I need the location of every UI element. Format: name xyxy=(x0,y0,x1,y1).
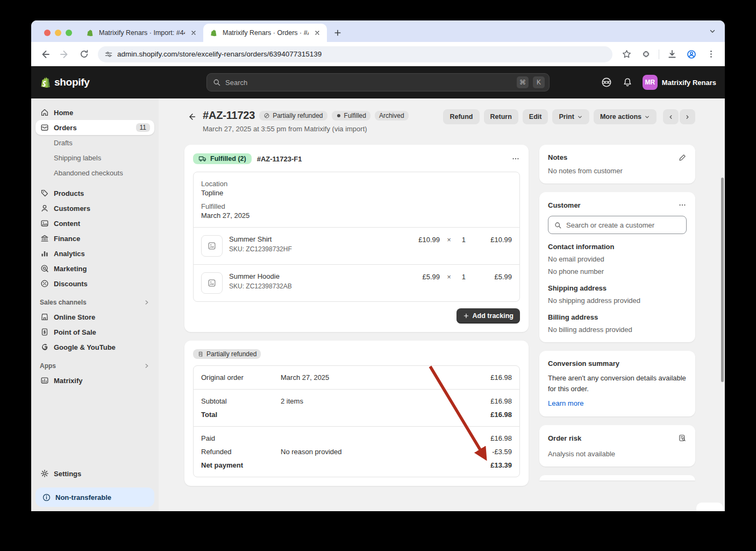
edit-notes-pencil-icon[interactable] xyxy=(679,153,687,161)
fulfilled-badge: Fulfilled (2) xyxy=(193,153,252,164)
browser-tab-orders[interactable]: Matrixify Renars · Orders · #A xyxy=(203,24,327,42)
non-transferable-banner[interactable]: Non-transferable xyxy=(35,488,154,507)
sidekick-icon[interactable] xyxy=(601,76,612,88)
sidebar-item-point-of-sale[interactable]: Point of Sale xyxy=(35,324,154,340)
line-item-total: £10.99 xyxy=(466,236,512,244)
sidebar-item-online-store[interactable]: Online Store xyxy=(35,309,154,324)
admin-search-bar[interactable]: ⌘ K xyxy=(206,73,550,91)
fulfillment-card: Fulfilled (2) #AZ-11723-F1 Location Topl… xyxy=(184,145,529,332)
site-settings-icon[interactable] xyxy=(104,50,113,59)
add-tracking-button[interactable]: Add tracking xyxy=(457,308,520,323)
sidebar-item-abandoned-checkouts[interactable]: Abandoned checkouts xyxy=(35,165,154,180)
tab-strip: Matrixify Renars · Import: #44 Matrixify… xyxy=(31,20,725,42)
sidebar-item-settings[interactable]: Settings xyxy=(35,466,154,481)
browser-menu-icon[interactable] xyxy=(702,46,719,63)
fulfillment-menu-icon[interactable] xyxy=(511,154,520,163)
zoom-window-button[interactable] xyxy=(66,30,72,36)
browser-window: Matrixify Renars · Import: #44 Matrixify… xyxy=(31,20,725,511)
more-actions-button[interactable]: More actions xyxy=(594,109,657,124)
back-icon[interactable] xyxy=(37,46,54,63)
shopify-logo[interactable]: shopify xyxy=(40,76,89,89)
close-tab-icon[interactable] xyxy=(189,29,198,37)
sidebar-item-products[interactable]: Products xyxy=(35,186,154,201)
product-image-placeholder-icon xyxy=(201,235,223,257)
risk-analysis-icon xyxy=(678,434,687,442)
discount-icon xyxy=(40,279,49,288)
download-icon[interactable] xyxy=(664,46,681,63)
reload-icon[interactable] xyxy=(75,46,92,63)
bank-icon xyxy=(40,234,49,243)
chevron-left-icon xyxy=(668,114,674,120)
close-tab-icon[interactable] xyxy=(313,29,322,37)
sidebar-item-orders[interactable]: Orders 11 xyxy=(35,120,154,135)
browser-tab-import[interactable]: Matrixify Renars · Import: #44 xyxy=(80,24,203,42)
sidebar-item-finance[interactable]: Finance xyxy=(35,231,154,246)
sidebar-item-matrixify[interactable]: Matrixify xyxy=(35,373,154,388)
apps-section[interactable]: Apps xyxy=(35,355,154,373)
sidebar-item-drafts[interactable]: Drafts xyxy=(35,135,154,150)
line-item-sku: SKU: ZC12398732HF xyxy=(229,245,396,253)
chevron-right-icon xyxy=(144,299,150,306)
chevron-right-icon xyxy=(684,114,690,120)
account-menu[interactable]: MR Matrixify Renars xyxy=(643,75,716,90)
profile-icon[interactable] xyxy=(683,46,700,63)
forward-icon[interactable] xyxy=(56,46,73,63)
floating-widget-partial xyxy=(696,503,723,511)
product-image-placeholder-icon xyxy=(201,272,223,294)
fulfilled-date: March 27, 2025 xyxy=(201,211,512,220)
new-tab-button[interactable] xyxy=(330,25,345,40)
page-scrollbar[interactable] xyxy=(721,178,724,382)
customer-search-field[interactable] xyxy=(548,216,687,234)
sidebar-item-analytics[interactable]: Analytics xyxy=(35,246,154,261)
chevron-down-icon xyxy=(644,114,650,120)
conversion-title: Conversion summary xyxy=(548,359,687,368)
conversion-body: There aren't any conversion details avai… xyxy=(548,373,687,394)
next-order-button[interactable] xyxy=(680,109,695,124)
line-item-name[interactable]: Summer Shirt xyxy=(229,235,396,243)
location-label: Location xyxy=(201,180,512,188)
line-item-qty: 1 xyxy=(458,236,466,244)
order-actions: Refund Return Edit Print More actions xyxy=(443,109,695,124)
main-content: #AZ-11723 Partially refunded Fulfilled A… xyxy=(159,98,725,511)
previous-order-button[interactable] xyxy=(663,109,679,124)
payment-row-refunded: Refunded No reason provided -£3.59 xyxy=(201,448,512,456)
customer-menu-icon[interactable] xyxy=(678,201,687,209)
account-name: Matrixify Renars xyxy=(662,79,716,87)
sidebar-item-marketing[interactable]: Marketing xyxy=(35,261,154,276)
status-badge-partially-refunded: Partially refunded xyxy=(259,111,327,121)
address-bar[interactable]: admin.shopify.com/store/excelify-renars/… xyxy=(98,46,612,62)
admin-bar-right: MR Matrixify Renars xyxy=(601,75,716,90)
extensions-icon[interactable] xyxy=(637,46,654,63)
line-item-name[interactable]: Summer Hoodie xyxy=(229,272,396,280)
back-arrow-icon[interactable] xyxy=(184,109,199,124)
sidebar-item-customers[interactable]: Customers xyxy=(35,201,154,216)
filled-dot-icon xyxy=(336,113,341,118)
admin-search-input[interactable] xyxy=(225,79,512,87)
minimize-window-button[interactable] xyxy=(55,30,61,36)
sidebar-item-content[interactable]: Content xyxy=(35,216,154,231)
edit-button[interactable]: Edit xyxy=(523,109,548,124)
close-window-button[interactable] xyxy=(44,30,51,36)
search-icon xyxy=(554,221,562,229)
matrixify-app-icon xyxy=(40,376,49,385)
location-value: Topline xyxy=(201,189,512,197)
customer-search-input[interactable] xyxy=(566,221,681,229)
sales-channels-section[interactable]: Sales channels xyxy=(35,291,154,309)
tab-list-chevron-icon[interactable] xyxy=(707,25,718,37)
notifications-bell-icon[interactable] xyxy=(622,77,633,88)
sidebar-item-discounts[interactable]: Discounts xyxy=(35,276,154,291)
page-title: #AZ-11723 xyxy=(203,109,255,122)
search-icon xyxy=(212,78,221,87)
info-icon xyxy=(42,493,51,502)
learn-more-link[interactable]: Learn more xyxy=(548,399,583,407)
line-item-multiply: × xyxy=(440,273,458,281)
refund-button[interactable]: Refund xyxy=(443,109,479,124)
bookmark-star-icon[interactable] xyxy=(618,46,635,63)
orders-icon xyxy=(40,123,49,132)
sidebar-item-home[interactable]: Home xyxy=(35,105,154,120)
sidebar-item-google-youtube[interactable]: Google & YouTube xyxy=(35,340,154,355)
sidebar-item-shipping-labels[interactable]: Shipping labels xyxy=(35,150,154,165)
print-button[interactable]: Print xyxy=(552,109,589,124)
return-button[interactable]: Return xyxy=(484,109,518,124)
partially-refunded-badge: Partially refunded xyxy=(193,349,261,359)
